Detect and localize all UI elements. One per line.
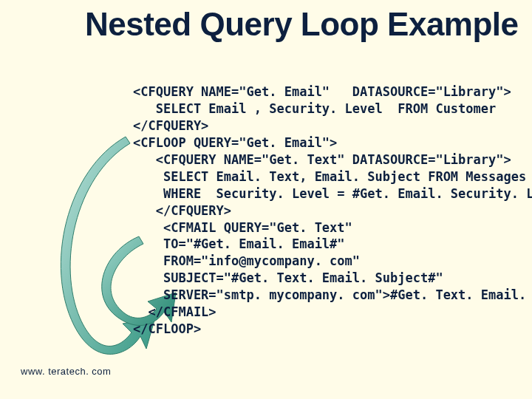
footer-url: www. teratech. com bbox=[21, 366, 111, 377]
slide: Nested Query Loop Example <CFQUERY NAME=… bbox=[0, 0, 532, 399]
slide-title: Nested Query Loop Example bbox=[85, 9, 519, 40]
code-block: <CFQUERY NAME="Get. Email" DATASOURCE="L… bbox=[133, 83, 532, 338]
